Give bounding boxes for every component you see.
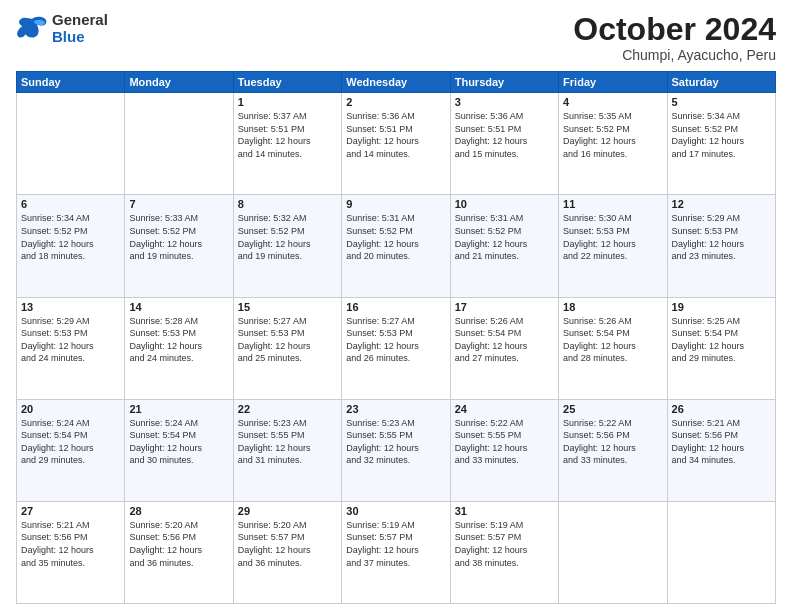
header-saturday: Saturday: [667, 72, 775, 93]
cell-date-number: 24: [455, 403, 554, 415]
cell-info-text: Sunrise: 5:37 AM Sunset: 5:51 PM Dayligh…: [238, 110, 337, 160]
calendar-cell: 14Sunrise: 5:28 AM Sunset: 5:53 PM Dayli…: [125, 297, 233, 399]
cell-info-text: Sunrise: 5:26 AM Sunset: 5:54 PM Dayligh…: [563, 315, 662, 365]
cell-info-text: Sunrise: 5:29 AM Sunset: 5:53 PM Dayligh…: [21, 315, 120, 365]
calendar-cell: 15Sunrise: 5:27 AM Sunset: 5:53 PM Dayli…: [233, 297, 341, 399]
cell-info-text: Sunrise: 5:36 AM Sunset: 5:51 PM Dayligh…: [455, 110, 554, 160]
cell-date-number: 3: [455, 96, 554, 108]
cell-date-number: 20: [21, 403, 120, 415]
page-title: October 2024: [573, 12, 776, 47]
cell-info-text: Sunrise: 5:34 AM Sunset: 5:52 PM Dayligh…: [21, 212, 120, 262]
cell-info-text: Sunrise: 5:31 AM Sunset: 5:52 PM Dayligh…: [455, 212, 554, 262]
calendar-cell: [667, 501, 775, 603]
cell-date-number: 8: [238, 198, 337, 210]
cell-info-text: Sunrise: 5:27 AM Sunset: 5:53 PM Dayligh…: [346, 315, 445, 365]
cell-date-number: 7: [129, 198, 228, 210]
cell-date-number: 14: [129, 301, 228, 313]
cell-date-number: 2: [346, 96, 445, 108]
header-monday: Monday: [125, 72, 233, 93]
logo-text-blue: Blue: [52, 29, 108, 46]
header: General Blue October 2024 Chumpi, Ayacuc…: [16, 12, 776, 63]
cell-date-number: 29: [238, 505, 337, 517]
cell-info-text: Sunrise: 5:28 AM Sunset: 5:53 PM Dayligh…: [129, 315, 228, 365]
calendar-week-5: 27Sunrise: 5:21 AM Sunset: 5:56 PM Dayli…: [17, 501, 776, 603]
cell-date-number: 25: [563, 403, 662, 415]
cell-date-number: 5: [672, 96, 771, 108]
cell-info-text: Sunrise: 5:31 AM Sunset: 5:52 PM Dayligh…: [346, 212, 445, 262]
calendar-cell: 12Sunrise: 5:29 AM Sunset: 5:53 PM Dayli…: [667, 195, 775, 297]
cell-info-text: Sunrise: 5:20 AM Sunset: 5:57 PM Dayligh…: [238, 519, 337, 569]
title-block: October 2024 Chumpi, Ayacucho, Peru: [573, 12, 776, 63]
calendar-cell: 25Sunrise: 5:22 AM Sunset: 5:56 PM Dayli…: [559, 399, 667, 501]
calendar-cell: 21Sunrise: 5:24 AM Sunset: 5:54 PM Dayli…: [125, 399, 233, 501]
cell-date-number: 13: [21, 301, 120, 313]
header-wednesday: Wednesday: [342, 72, 450, 93]
logo: General Blue: [16, 12, 108, 45]
calendar-cell: [125, 93, 233, 195]
logo-icon: [16, 15, 48, 43]
cell-date-number: 10: [455, 198, 554, 210]
calendar-cell: 9Sunrise: 5:31 AM Sunset: 5:52 PM Daylig…: [342, 195, 450, 297]
cell-info-text: Sunrise: 5:19 AM Sunset: 5:57 PM Dayligh…: [455, 519, 554, 569]
calendar-cell: 30Sunrise: 5:19 AM Sunset: 5:57 PM Dayli…: [342, 501, 450, 603]
cell-info-text: Sunrise: 5:35 AM Sunset: 5:52 PM Dayligh…: [563, 110, 662, 160]
page-subtitle: Chumpi, Ayacucho, Peru: [573, 47, 776, 63]
calendar-cell: 24Sunrise: 5:22 AM Sunset: 5:55 PM Dayli…: [450, 399, 558, 501]
cell-info-text: Sunrise: 5:19 AM Sunset: 5:57 PM Dayligh…: [346, 519, 445, 569]
header-sunday: Sunday: [17, 72, 125, 93]
cell-info-text: Sunrise: 5:24 AM Sunset: 5:54 PM Dayligh…: [129, 417, 228, 467]
cell-info-text: Sunrise: 5:22 AM Sunset: 5:56 PM Dayligh…: [563, 417, 662, 467]
cell-date-number: 1: [238, 96, 337, 108]
cell-date-number: 31: [455, 505, 554, 517]
calendar-cell: 4Sunrise: 5:35 AM Sunset: 5:52 PM Daylig…: [559, 93, 667, 195]
cell-date-number: 18: [563, 301, 662, 313]
calendar-cell: [559, 501, 667, 603]
calendar-cell: 26Sunrise: 5:21 AM Sunset: 5:56 PM Dayli…: [667, 399, 775, 501]
cell-info-text: Sunrise: 5:21 AM Sunset: 5:56 PM Dayligh…: [672, 417, 771, 467]
cell-info-text: Sunrise: 5:21 AM Sunset: 5:56 PM Dayligh…: [21, 519, 120, 569]
cell-date-number: 11: [563, 198, 662, 210]
cell-info-text: Sunrise: 5:24 AM Sunset: 5:54 PM Dayligh…: [21, 417, 120, 467]
calendar-cell: 18Sunrise: 5:26 AM Sunset: 5:54 PM Dayli…: [559, 297, 667, 399]
calendar-cell: 3Sunrise: 5:36 AM Sunset: 5:51 PM Daylig…: [450, 93, 558, 195]
calendar-cell: 8Sunrise: 5:32 AM Sunset: 5:52 PM Daylig…: [233, 195, 341, 297]
header-friday: Friday: [559, 72, 667, 93]
calendar-cell: 16Sunrise: 5:27 AM Sunset: 5:53 PM Dayli…: [342, 297, 450, 399]
calendar-table: Sunday Monday Tuesday Wednesday Thursday…: [16, 71, 776, 604]
cell-date-number: 23: [346, 403, 445, 415]
calendar-week-1: 1Sunrise: 5:37 AM Sunset: 5:51 PM Daylig…: [17, 93, 776, 195]
cell-info-text: Sunrise: 5:27 AM Sunset: 5:53 PM Dayligh…: [238, 315, 337, 365]
calendar-cell: 6Sunrise: 5:34 AM Sunset: 5:52 PM Daylig…: [17, 195, 125, 297]
cell-info-text: Sunrise: 5:36 AM Sunset: 5:51 PM Dayligh…: [346, 110, 445, 160]
calendar-cell: [17, 93, 125, 195]
calendar-cell: 17Sunrise: 5:26 AM Sunset: 5:54 PM Dayli…: [450, 297, 558, 399]
cell-info-text: Sunrise: 5:23 AM Sunset: 5:55 PM Dayligh…: [238, 417, 337, 467]
cell-date-number: 28: [129, 505, 228, 517]
cell-info-text: Sunrise: 5:25 AM Sunset: 5:54 PM Dayligh…: [672, 315, 771, 365]
calendar-cell: 19Sunrise: 5:25 AM Sunset: 5:54 PM Dayli…: [667, 297, 775, 399]
cell-date-number: 16: [346, 301, 445, 313]
cell-date-number: 21: [129, 403, 228, 415]
calendar-week-4: 20Sunrise: 5:24 AM Sunset: 5:54 PM Dayli…: [17, 399, 776, 501]
calendar-header-row: Sunday Monday Tuesday Wednesday Thursday…: [17, 72, 776, 93]
calendar-cell: 20Sunrise: 5:24 AM Sunset: 5:54 PM Dayli…: [17, 399, 125, 501]
calendar-cell: 29Sunrise: 5:20 AM Sunset: 5:57 PM Dayli…: [233, 501, 341, 603]
cell-info-text: Sunrise: 5:32 AM Sunset: 5:52 PM Dayligh…: [238, 212, 337, 262]
cell-date-number: 19: [672, 301, 771, 313]
calendar-cell: 5Sunrise: 5:34 AM Sunset: 5:52 PM Daylig…: [667, 93, 775, 195]
calendar-cell: 23Sunrise: 5:23 AM Sunset: 5:55 PM Dayli…: [342, 399, 450, 501]
calendar-week-2: 6Sunrise: 5:34 AM Sunset: 5:52 PM Daylig…: [17, 195, 776, 297]
cell-date-number: 22: [238, 403, 337, 415]
cell-date-number: 17: [455, 301, 554, 313]
cell-info-text: Sunrise: 5:22 AM Sunset: 5:55 PM Dayligh…: [455, 417, 554, 467]
cell-info-text: Sunrise: 5:29 AM Sunset: 5:53 PM Dayligh…: [672, 212, 771, 262]
logo-text-general: General: [52, 12, 108, 29]
cell-date-number: 26: [672, 403, 771, 415]
cell-date-number: 30: [346, 505, 445, 517]
calendar-cell: 10Sunrise: 5:31 AM Sunset: 5:52 PM Dayli…: [450, 195, 558, 297]
cell-info-text: Sunrise: 5:26 AM Sunset: 5:54 PM Dayligh…: [455, 315, 554, 365]
calendar-cell: 28Sunrise: 5:20 AM Sunset: 5:56 PM Dayli…: [125, 501, 233, 603]
header-thursday: Thursday: [450, 72, 558, 93]
cell-date-number: 6: [21, 198, 120, 210]
header-tuesday: Tuesday: [233, 72, 341, 93]
